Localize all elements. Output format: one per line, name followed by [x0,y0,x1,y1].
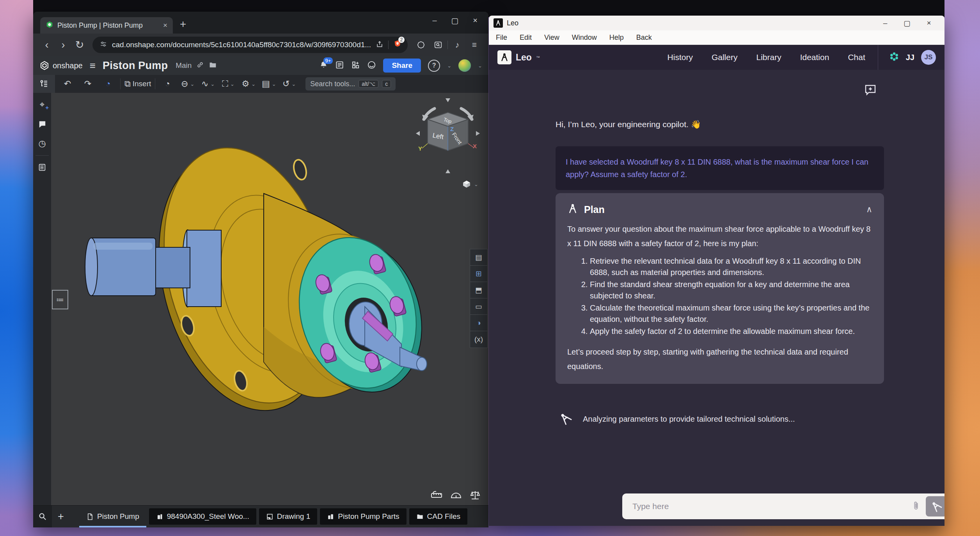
search-tools-input[interactable]: Search tools... alt/⌥ c [305,77,396,91]
cut-list-icon[interactable] [34,160,50,175]
mass-tool-icon[interactable]: ◔ [157,75,178,93]
doc-tab-part-studio[interactable]: Piston Pump [79,506,146,527]
send-button[interactable] [926,496,944,516]
apps-grid-icon[interactable] [351,60,360,71]
menu-view[interactable]: View [544,34,559,42]
browser-menu-icon[interactable]: ≡ [467,40,482,50]
new-tab-button[interactable]: + [180,19,186,30]
mate-plus-glyph: + [45,104,49,111]
browser-tabstrip: Piston Pump | Piston Pump × + – ▢ × [33,12,488,34]
doc-tab-label: Piston Pump [97,512,139,521]
features-panel-button[interactable]: ▤ [470,249,487,266]
variables-panel-button[interactable]: (x) [470,331,487,348]
revolve-icon: ⊖ [181,80,188,88]
mass-properties-icon[interactable] [470,490,481,502]
menu-file[interactable]: File [496,34,507,42]
feature-list-button[interactable] [33,75,55,93]
attachment-paperclip-icon[interactable] [912,501,920,512]
tab-close-icon[interactable]: × [163,21,167,30]
menu-window[interactable]: Window [572,34,597,42]
leo-brand[interactable]: Leo ™ [497,50,540,64]
revolve-tool[interactable]: ⊖⌄ [178,75,198,93]
mate-connector-icon[interactable]: ⌖ + [34,97,50,112]
nav-chat[interactable]: Chat [848,53,865,62]
add-tab-button[interactable]: + [52,511,70,523]
site-settings-icon[interactable] [99,40,107,50]
doc-tab-drawing[interactable]: Drawing 1 [259,508,318,525]
tab-search-icon[interactable] [33,506,52,527]
history-icon[interactable]: ◷ [34,136,50,151]
model-viewport[interactable]: Top Left Front Y Z X [51,93,488,506]
maximize-button[interactable]: ▢ [445,16,465,25]
sketch-icon: ∿ [201,80,208,88]
user-badge[interactable]: JJ [906,53,914,62]
minimize-button[interactable]: – [874,19,896,28]
sketch-tool[interactable]: ∿⌄ [198,75,218,93]
insert-button[interactable]: ⧉ Insert [123,75,153,93]
mates-panel-button[interactable]: ⬒ [470,282,487,298]
close-button[interactable]: × [918,19,940,28]
doc-tab-steel-part[interactable]: 98490A300_Steel Woo... [149,508,256,525]
undo-icon[interactable]: ↶ [57,75,78,93]
share-button[interactable]: Share [383,59,421,73]
extensions-icon[interactable] [413,41,429,49]
back-button[interactable]: ‹ [39,40,54,50]
help-icon[interactable]: ? [428,60,440,72]
avatar[interactable] [458,59,471,72]
collapse-chevron-icon[interactable]: ∧ [866,204,872,215]
brave-shield-icon[interactable]: 2 [393,39,402,51]
search-tabs-icon[interactable] [430,41,446,49]
url-bar[interactable]: cad.onshape.com/documents/5c1c6100140a5f… [92,37,408,53]
leo-brand-mark: ™ [536,55,540,60]
menu-back[interactable]: Back [636,34,652,42]
workspace-label[interactable]: Main [176,61,192,70]
comments-icon[interactable] [34,116,50,132]
doc-tab-assembly[interactable]: Piston Pump Parts [320,508,406,525]
section-panel-button[interactable]: ▭ [470,298,487,315]
maximize-button[interactable]: ▢ [896,19,918,28]
browser-tab[interactable]: Piston Pump | Piston Pump × [40,17,173,34]
doc-tab-cad-files[interactable]: CAD Files [409,508,468,525]
minimize-button[interactable]: – [424,16,445,25]
folder-icon[interactable] [209,61,217,71]
leo-brand-text: Leo [516,52,532,63]
view-mode-selector[interactable]: ⌄ [462,179,478,189]
avatar-caret-icon[interactable]: ⌄ [478,63,482,69]
transform-tool[interactable]: ⛶⌄ [218,75,238,93]
menu-help[interactable]: Help [609,34,624,42]
nav-ideation[interactable]: Ideation [800,53,829,62]
versions-icon[interactable] [335,60,344,71]
lasso-tool[interactable]: ↺⌄ [279,75,299,93]
menu-edit[interactable]: Edit [520,34,532,42]
plan-header[interactable]: Plan ∧ [567,203,872,216]
sheet-tool[interactable]: ▤⌄ [259,75,279,93]
document-menu-icon[interactable]: ≡ [90,60,96,72]
nav-gallery[interactable]: Gallery [712,53,738,62]
feature-tree-flyout-handle[interactable]: ≔ [52,290,68,309]
ruler-icon[interactable] [431,490,442,502]
view-cube[interactable]: Top Left Front Y Z X [413,95,483,179]
avatar[interactable]: JS [921,50,936,65]
share-page-icon[interactable] [376,40,383,50]
rollback-icon[interactable]: ◔ [98,75,118,93]
caret-icon: ⌄ [190,81,195,87]
media-control-icon[interactable]: ♪ [449,40,465,50]
chat-column: Hi, I’m Leo, your engineering copilot. 👋… [556,70,884,526]
redo-icon[interactable]: ↷ [78,75,98,93]
close-button[interactable]: × [465,16,485,25]
appearance-panel-button[interactable]: ◑ [470,315,487,331]
protractor-icon[interactable] [450,490,462,502]
help-caret-icon[interactable]: ⌄ [447,63,451,69]
parts-panel-button[interactable]: ⊞ [470,266,487,282]
forward-button[interactable]: › [56,40,71,50]
url-text[interactable]: cad.onshape.com/documents/5c1c6100140a5f… [112,41,371,49]
settings-gear-icon[interactable] [889,51,899,63]
chat-input[interactable] [632,501,906,511]
link-icon[interactable] [196,61,204,70]
nav-library[interactable]: Library [756,53,781,62]
notifications-bell-icon[interactable]: 9+ [319,60,328,71]
reload-button[interactable]: ↻ [72,40,87,50]
nav-history[interactable]: History [668,53,693,62]
modify-tool[interactable]: ⚙⌄ [238,75,259,93]
presence-icon[interactable] [367,60,376,71]
